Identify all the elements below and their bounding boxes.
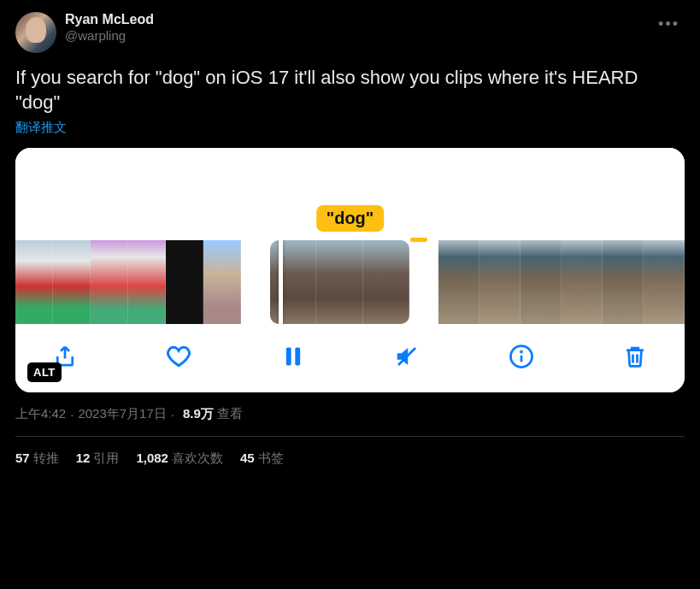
tweet-text: If you search for "dog" on iOS 17 it'll …: [15, 65, 685, 115]
clip-group[interactable]: [15, 240, 241, 324]
clip-thumbnail[interactable]: [166, 240, 203, 324]
tweet-container: Ryan McLeod @warpling ••• If you search …: [0, 0, 700, 467]
mute-icon[interactable]: [391, 341, 422, 372]
playhead-marker-icon: [410, 238, 427, 242]
media-card[interactable]: "dog": [15, 148, 685, 392]
trash-icon[interactable]: [620, 341, 650, 372]
info-icon[interactable]: [506, 341, 537, 372]
bookmarks-count: 45: [240, 451, 255, 465]
media-controls: [15, 324, 685, 392]
playhead-icon[interactable]: [279, 240, 283, 324]
user-handle: @warpling: [65, 28, 644, 43]
tweet-header: Ryan McLeod @warpling •••: [15, 12, 685, 53]
retweets-label: 转推: [33, 451, 59, 465]
clip-thumbnail[interactable]: [128, 240, 166, 324]
quotes-stat[interactable]: 12引用: [76, 451, 120, 467]
likes-label: 喜欢次数: [172, 451, 223, 465]
avatar[interactable]: [15, 12, 56, 53]
pause-icon[interactable]: [278, 341, 309, 372]
translate-link[interactable]: 翻译推文: [15, 120, 67, 136]
likes-count: 1,082: [136, 451, 168, 465]
clip-thumbnail[interactable]: [203, 240, 241, 324]
clip-thumbnail[interactable]: [521, 240, 562, 324]
clip-group-active[interactable]: [270, 240, 409, 324]
bookmarks-label: 书签: [258, 451, 284, 465]
retweets-stat[interactable]: 57转推: [15, 451, 59, 467]
search-term-badge: "dog": [316, 205, 385, 232]
clip-thumbnail[interactable]: [53, 240, 91, 324]
clip-thumbnail[interactable]: [438, 240, 479, 324]
alt-badge[interactable]: ALT: [27, 362, 62, 382]
clip-group[interactable]: [438, 240, 685, 324]
user-block[interactable]: Ryan McLeod @warpling: [65, 12, 644, 43]
tweet-date[interactable]: 2023年7月17日: [78, 406, 166, 422]
clip-thumbnail[interactable]: [270, 240, 316, 324]
display-name: Ryan McLeod: [65, 12, 644, 27]
stats-row: 57转推 12引用 1,082喜欢次数 45书签: [15, 437, 685, 467]
tweet-time[interactable]: 上午4:42: [15, 406, 66, 422]
clip-thumbnail[interactable]: [562, 240, 603, 324]
clip-thumbnail[interactable]: [603, 240, 644, 324]
separator-dot: ·: [171, 407, 174, 421]
clip-thumbnail[interactable]: [479, 240, 521, 324]
media-header-area: "dog": [15, 148, 685, 240]
heart-icon[interactable]: [163, 341, 194, 372]
clip-thumbnail[interactable]: [363, 240, 409, 324]
more-options-button[interactable]: •••: [653, 12, 685, 37]
separator-dot: ·: [70, 407, 74, 421]
bookmarks-stat[interactable]: 45书签: [240, 451, 284, 467]
views-count: 8.9万: [183, 406, 214, 422]
likes-stat[interactable]: 1,082喜欢次数: [136, 451, 223, 467]
retweets-count: 57: [15, 451, 30, 465]
svg-rect-0: [286, 348, 291, 366]
clip-thumbnail[interactable]: [316, 240, 362, 324]
svg-rect-1: [295, 348, 300, 366]
tweet-meta: 上午4:42 · 2023年7月17日 · 8.9万 查看: [15, 406, 685, 422]
views-label: 查看: [217, 406, 243, 422]
clip-timeline[interactable]: [15, 240, 685, 324]
quotes-count: 12: [76, 451, 91, 465]
clip-thumbnail[interactable]: [644, 240, 685, 324]
svg-point-4: [521, 351, 521, 352]
quotes-label: 引用: [93, 451, 119, 465]
clip-thumbnail[interactable]: [91, 240, 128, 324]
clip-thumbnail[interactable]: [15, 240, 53, 324]
